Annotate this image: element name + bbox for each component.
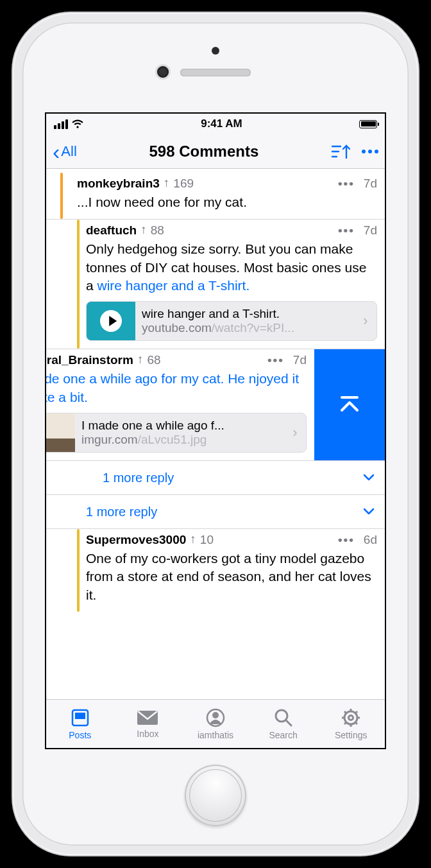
- comment-swiped[interactable]: eneral_Brainstorm ↑ 68 ••• 7d: [46, 349, 385, 460]
- svg-rect-6: [75, 713, 85, 719]
- comment-score: 68: [147, 353, 160, 367]
- video-thumbnail-icon: [87, 302, 135, 340]
- upvote-arrow-icon: ↑: [164, 176, 170, 190]
- comment-age: 7d: [364, 177, 377, 191]
- comment[interactable]: monkeybrain3 ↑ 169 ••• 7d ...I now need …: [46, 169, 385, 219]
- tab-label: Search: [269, 730, 297, 740]
- comment-text: One of my co-workers got a tiny model ga…: [86, 550, 377, 604]
- upvote-arrow-icon: ↑: [190, 532, 196, 546]
- envelope-icon: [136, 709, 159, 727]
- svg-line-18: [344, 711, 347, 714]
- posts-icon: [70, 707, 90, 728]
- sort-button[interactable]: [331, 143, 351, 160]
- comment-actions-button[interactable]: •••: [267, 353, 284, 367]
- chevron-down-icon: [363, 474, 375, 482]
- page-title: 598 Comments: [149, 143, 259, 161]
- preview-title: wire hanger and a T-shirt.: [142, 307, 348, 321]
- comment-score: 169: [173, 177, 194, 191]
- comment[interactable]: deaftuch ↑ 88 ••• 7d Only hedge: [46, 219, 385, 349]
- comment-text[interactable]: made one a while ago for my cat. He njoy…: [46, 370, 307, 406]
- svg-line-21: [344, 722, 347, 725]
- svg-point-9: [212, 712, 219, 718]
- comment-author[interactable]: monkeybrain3: [77, 177, 160, 191]
- status-bar: 9:41 AM: [46, 114, 385, 134]
- home-button[interactable]: [185, 765, 246, 826]
- chevron-down-icon: [363, 508, 375, 516]
- tab-inbox[interactable]: Inbox: [114, 700, 182, 748]
- preview-url: youtube.com/watch?v=kPI...: [142, 321, 348, 335]
- comment-age: 6d: [364, 533, 377, 547]
- tab-settings[interactable]: Settings: [317, 700, 385, 748]
- nav-bar: ‹ All 598 Comments: [46, 134, 385, 169]
- svg-line-19: [355, 722, 358, 725]
- comment-actions-button[interactable]: •••: [338, 223, 355, 238]
- comment-actions-button[interactable]: •••: [338, 533, 355, 547]
- chevron-right-icon: ›: [284, 413, 306, 452]
- preview-title: I made one a while ago f...: [81, 419, 278, 433]
- profile-icon: [205, 707, 226, 728]
- more-options-button[interactable]: [362, 150, 378, 153]
- front-camera: [157, 66, 169, 78]
- comment-age: 7d: [293, 353, 307, 367]
- more-replies-label: 1 more reply: [86, 505, 157, 519]
- tab-label: Inbox: [137, 729, 158, 739]
- search-icon: [273, 707, 294, 728]
- comment-author[interactable]: eneral_Brainstorm: [46, 353, 133, 367]
- swipe-upvote-action[interactable]: [314, 349, 385, 460]
- tab-posts[interactable]: Posts: [46, 700, 114, 748]
- link-preview[interactable]: wire hanger and a T-shirt. youtube.com/w…: [86, 301, 377, 341]
- more-replies-button[interactable]: 1 more reply: [46, 460, 385, 494]
- svg-point-13: [349, 716, 353, 720]
- inline-link[interactable]: wire hanger and a T-shirt.: [97, 278, 250, 293]
- proximity-sensor: [212, 47, 219, 55]
- more-replies-label: 1 more reply: [103, 471, 174, 485]
- comment-score: 88: [151, 223, 164, 238]
- comment-author[interactable]: Supermoves3000: [86, 533, 186, 547]
- image-thumbnail-icon: [46, 413, 75, 452]
- comment-age: 7d: [364, 223, 377, 238]
- comment[interactable]: Supermoves3000 ↑ 10 ••• 6d One of my co-…: [46, 528, 385, 612]
- more-replies-button[interactable]: 1 more reply: [46, 494, 385, 528]
- tab-search[interactable]: Search: [249, 700, 317, 748]
- upvote-arrow-icon: ↑: [140, 223, 147, 237]
- back-label: All: [61, 143, 76, 160]
- chevron-right-icon: ›: [355, 302, 376, 340]
- comment-text: Only hedgehog size sorry. But you can ma…: [86, 240, 377, 295]
- svg-line-20: [355, 711, 358, 714]
- wifi-icon: [71, 119, 84, 129]
- tab-label: iamthatis: [198, 730, 233, 740]
- status-time: 9:41 AM: [201, 117, 242, 130]
- comment-actions-button[interactable]: •••: [338, 177, 355, 191]
- tab-label: Posts: [69, 730, 91, 740]
- battery-icon: [359, 120, 377, 128]
- upvote-arrow-icon: ↑: [137, 352, 144, 367]
- screen: 9:41 AM ‹ All 598 Comments: [45, 112, 386, 749]
- phone-frame-inner: 9:41 AM ‹ All 598 Comments: [22, 22, 409, 846]
- phone-frame-outer: 9:41 AM ‹ All 598 Comments: [13, 13, 418, 855]
- svg-line-11: [286, 720, 291, 725]
- comment-score: 10: [200, 533, 214, 547]
- gear-icon: [341, 707, 361, 728]
- tab-profile[interactable]: iamthatis: [182, 700, 249, 748]
- back-button[interactable]: ‹ All: [53, 141, 77, 162]
- tab-bar: Posts Inbox iamthatis: [46, 699, 385, 748]
- link-preview[interactable]: I made one a while ago f... imgur.com/aL…: [46, 413, 307, 453]
- comment-list[interactable]: monkeybrain3 ↑ 169 ••• 7d ...I now need …: [46, 169, 385, 699]
- comment-text: ...I now need one for my cat.: [77, 193, 377, 211]
- chevron-left-icon: ‹: [53, 141, 60, 162]
- preview-url: imgur.com/aLvcu51.jpg: [81, 433, 278, 447]
- tab-label: Settings: [335, 730, 368, 740]
- cellular-signal-icon: [54, 119, 68, 129]
- comment-author[interactable]: deaftuch: [86, 223, 137, 238]
- earpiece-speaker: [180, 69, 251, 76]
